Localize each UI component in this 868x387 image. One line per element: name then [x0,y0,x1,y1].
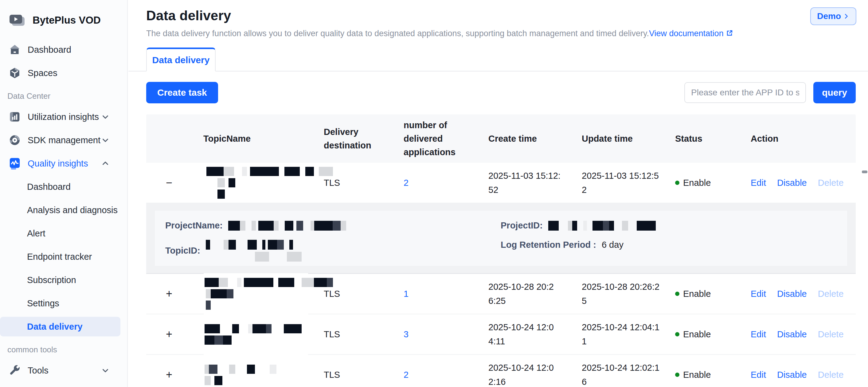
delivery-destination-cell: TLS [318,289,398,299]
sidebar-item-settings[interactable]: Settings [0,293,120,313]
redaction-block [217,364,229,374]
redaction-block [214,336,223,345]
action-disable-link[interactable]: Disable [777,289,807,299]
delivered-apps-count-link[interactable]: 2 [404,370,408,380]
sidebar-item-label: Data delivery [27,322,83,332]
app-id-search-input[interactable] [684,82,806,103]
redaction-block [622,221,628,231]
redaction-block [284,167,300,176]
expand-row-icon[interactable]: + [166,328,172,340]
action-links: EditDisableDelete [751,370,856,380]
redaction-block [314,278,327,287]
redaction-block [234,167,242,176]
sidebar-item-quality-insights[interactable]: Quality insights [0,154,120,173]
sidebar-item-label: Settings [27,298,59,309]
tab-data-delivery[interactable]: Data delivery [146,47,216,71]
redacted-line [548,221,656,231]
sidebar-item-label: Alert [27,228,45,239]
action-disable-link[interactable]: Disable [777,329,807,340]
redaction-block [217,178,225,187]
delivered-apps-count-link[interactable]: 1 [404,289,408,299]
expand-row-icon[interactable]: + [166,287,172,300]
action-edit-link[interactable]: Edit [751,289,766,299]
redaction-block [268,240,277,250]
action-disable-link[interactable]: Disable [777,178,807,188]
delivered-apps-count-link[interactable]: 3 [404,329,408,339]
view-documentation-link[interactable]: View documentation [649,29,724,38]
redaction-block [255,364,270,374]
redaction-block [559,221,568,231]
action-disable-link[interactable]: Disable [777,370,807,380]
action-links: EditDisableDelete [751,329,856,340]
redaction-block [237,278,241,287]
sidebar-item-alert[interactable]: Alert [0,223,120,243]
create-time-value: 2025-10-24 12:04:11 [488,320,561,348]
sidebar-item-sdk-management[interactable]: SDK management [0,130,120,150]
sidebar-item-utilization-insights[interactable]: Utilization insights [0,107,120,127]
action-edit-link[interactable]: Edit [751,178,766,188]
redaction-block [225,178,228,187]
action-links: EditDisableDelete [751,178,856,188]
redaction-block [637,221,656,231]
sidebar-item-label: Dashboard [27,182,71,192]
table-row: −TLS22025-11-03 15:12:522025-11-03 15:12… [146,163,856,203]
status-cell: Enable [672,370,745,380]
action-cell: EditDisableDelete [745,370,856,380]
main-content: Data delivery The data delivery function… [128,0,868,387]
scrollbar-thumb[interactable] [862,171,867,173]
delivered-apps-count-link[interactable]: 2 [404,178,408,188]
redaction-block [224,240,228,250]
expand-cell: + [146,329,186,340]
redaction-block [206,301,211,310]
expand-cell: + [146,288,186,300]
redaction-block [247,364,255,374]
expand-cell: + [146,369,186,381]
project-id-line: ProjectID: [501,220,656,231]
redaction-block [255,252,269,261]
update-time-cell: 2025-11-03 15:12:52 [579,169,672,197]
log-retention-label: Log Retention Period : [501,240,596,250]
table-header-row: TopicNameDelivery destinationnumber of d… [146,114,856,163]
redaction-block [227,289,234,298]
redaction-block [568,221,572,231]
sidebar-item-spaces[interactable]: Spaces [0,63,120,83]
action-edit-link[interactable]: Edit [751,370,766,380]
pulse-icon [9,157,21,170]
create-task-button[interactable]: Create task [146,82,218,103]
action-edit-link[interactable]: Edit [751,329,766,340]
update-time-value: 2025-10-28 20:26:25 [582,280,660,308]
redaction-block [341,221,346,231]
sidebar-item-subscription[interactable]: Subscription [0,270,120,290]
sidebar-item-dashboard[interactable]: Dashboard [0,40,120,60]
delivery-destination-cell: TLS [318,178,398,188]
redaction-block [284,240,289,250]
status-cell: Enable [672,329,745,340]
demo-button[interactable]: Demo [810,7,856,25]
column-header-create-time: Create time [484,132,579,145]
action-delete-disabled-link: Delete [818,329,844,340]
redaction-block [603,221,609,231]
collapse-row-icon[interactable]: − [166,176,172,189]
external-link-icon [725,29,734,37]
redaction-block [548,221,559,231]
expand-row-icon[interactable]: + [166,368,172,381]
sidebar-item-tools[interactable]: Tools [0,361,120,380]
redaction-block [247,167,250,176]
redaction-block [219,278,228,287]
redaction-block [614,221,622,231]
redaction-block [270,364,276,374]
topic-name-redacted [203,324,318,345]
sidebar-item-data-delivery[interactable]: Data delivery [0,317,120,337]
action-cell: EditDisableDelete [745,178,856,188]
redaction-block [205,278,219,287]
sidebar-item-analysis-and-diagnosis[interactable]: Analysis and diagnosis [0,200,120,220]
redaction-block [319,167,333,176]
column-header-delivery-destination: Delivery destination [318,125,398,152]
project-name-line: ProjectName: [165,220,501,231]
sidebar-item-dashboard[interactable]: Dashboard [0,177,120,197]
query-button[interactable]: query [813,82,856,103]
redaction-block [572,221,577,231]
redacted-line [217,178,318,187]
redaction-block [232,324,239,333]
sidebar-item-endpoint-tracker[interactable]: Endpoint tracker [0,247,120,267]
